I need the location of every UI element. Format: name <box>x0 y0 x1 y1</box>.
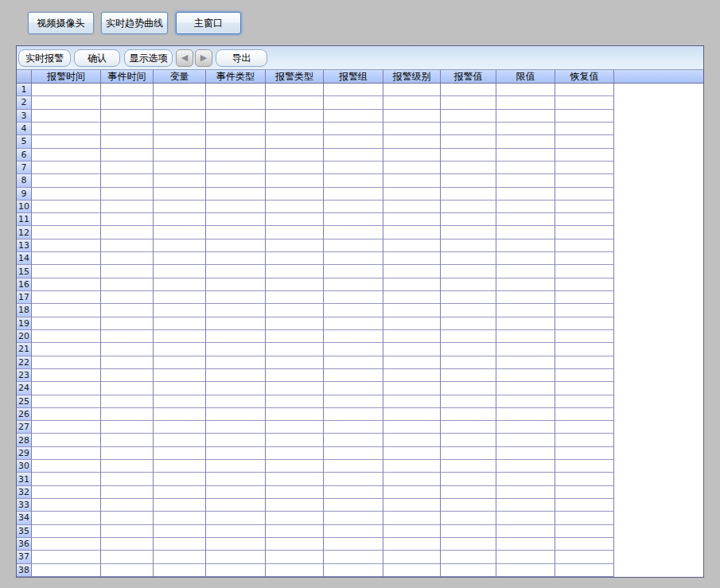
table-cell[interactable] <box>324 135 383 148</box>
table-cell[interactable] <box>441 252 496 265</box>
table-cell[interactable] <box>555 408 614 421</box>
table-cell[interactable] <box>206 96 266 109</box>
table-cell[interactable] <box>383 460 441 473</box>
table-cell[interactable] <box>266 149 324 162</box>
column-header-10[interactable]: 恢复值 <box>555 70 614 83</box>
row-number-cell[interactable]: 20 <box>17 330 32 343</box>
top-button-video-camera[interactable]: 视频摄像头 <box>28 12 94 34</box>
table-cell[interactable] <box>496 564 555 577</box>
table-row[interactable]: 35 <box>17 525 703 538</box>
table-cell[interactable] <box>555 369 614 382</box>
table-row[interactable]: 12 <box>17 226 703 239</box>
table-cell[interactable] <box>154 239 206 252</box>
table-row[interactable]: 1 <box>17 84 703 96</box>
table-cell[interactable] <box>496 84 555 96</box>
table-cell[interactable] <box>441 382 496 395</box>
table-cell[interactable] <box>206 239 266 252</box>
table-row[interactable]: 31 <box>17 473 703 485</box>
table-row[interactable]: 2 <box>17 96 703 109</box>
table-row[interactable]: 10 <box>17 201 703 213</box>
table-cell[interactable] <box>154 460 206 473</box>
table-cell[interactable] <box>32 226 101 239</box>
row-number-cell[interactable]: 33 <box>17 499 32 512</box>
table-cell[interactable] <box>206 356 266 369</box>
table-cell[interactable] <box>555 564 614 577</box>
table-cell[interactable] <box>206 291 266 304</box>
table-cell[interactable] <box>496 434 555 446</box>
table-cell[interactable] <box>441 356 496 369</box>
table-cell[interactable] <box>496 123 555 135</box>
table-cell[interactable] <box>154 551 206 563</box>
table-cell[interactable] <box>383 434 441 446</box>
row-number-cell[interactable]: 26 <box>17 408 32 421</box>
row-number-cell[interactable]: 4 <box>17 123 32 135</box>
table-cell[interactable] <box>154 213 206 226</box>
table-cell[interactable] <box>266 343 324 356</box>
table-cell[interactable] <box>496 473 555 485</box>
table-cell[interactable] <box>32 486 101 499</box>
table-cell[interactable] <box>555 525 614 538</box>
table-cell[interactable] <box>154 564 206 577</box>
table-cell[interactable] <box>383 512 441 524</box>
table-cell[interactable] <box>206 486 266 499</box>
table-cell[interactable] <box>206 188 266 201</box>
table-row[interactable]: 30 <box>17 460 703 473</box>
table-cell[interactable] <box>324 343 383 356</box>
table-cell[interactable] <box>496 486 555 499</box>
table-cell[interactable] <box>154 304 206 317</box>
table-cell[interactable] <box>555 447 614 460</box>
table-cell[interactable] <box>324 395 383 408</box>
table-cell[interactable] <box>266 473 324 485</box>
table-cell[interactable] <box>32 304 101 317</box>
row-number-cell[interactable]: 19 <box>17 317 32 330</box>
table-cell[interactable] <box>324 188 383 201</box>
table-cell[interactable] <box>266 123 324 135</box>
table-cell[interactable] <box>101 278 154 291</box>
row-number-cell[interactable]: 6 <box>17 149 32 162</box>
table-cell[interactable] <box>555 162 614 174</box>
table-cell[interactable] <box>206 395 266 408</box>
toolbar-button-realtime-alarm[interactable]: 实时报警 <box>18 49 71 67</box>
table-cell[interactable] <box>496 201 555 213</box>
table-cell[interactable] <box>324 174 383 187</box>
table-row[interactable]: 34 <box>17 512 703 524</box>
table-cell[interactable] <box>555 395 614 408</box>
table-cell[interactable] <box>555 188 614 201</box>
table-cell[interactable] <box>383 252 441 265</box>
table-cell[interactable] <box>383 291 441 304</box>
table-cell[interactable] <box>266 512 324 524</box>
table-row[interactable]: 15 <box>17 265 703 278</box>
table-cell[interactable] <box>32 96 101 109</box>
prev-page-button[interactable]: ◀ <box>176 49 193 67</box>
column-header-7[interactable]: 报警级别 <box>383 70 441 83</box>
table-cell[interactable] <box>101 343 154 356</box>
table-cell[interactable] <box>154 110 206 123</box>
table-cell[interactable] <box>101 369 154 382</box>
row-number-cell[interactable]: 23 <box>17 369 32 382</box>
table-cell[interactable] <box>101 486 154 499</box>
table-cell[interactable] <box>496 421 555 434</box>
table-cell[interactable] <box>555 110 614 123</box>
row-number-cell[interactable]: 32 <box>17 486 32 499</box>
table-cell[interactable] <box>555 304 614 317</box>
table-cell[interactable] <box>101 149 154 162</box>
table-cell[interactable] <box>324 291 383 304</box>
table-cell[interactable] <box>324 149 383 162</box>
table-cell[interactable] <box>32 343 101 356</box>
table-cell[interactable] <box>266 551 324 563</box>
table-row[interactable]: 17 <box>17 291 703 304</box>
table-cell[interactable] <box>206 343 266 356</box>
table-cell[interactable] <box>555 84 614 96</box>
table-row[interactable]: 9 <box>17 188 703 201</box>
table-cell[interactable] <box>154 473 206 485</box>
table-cell[interactable] <box>266 460 324 473</box>
table-cell[interactable] <box>206 421 266 434</box>
table-cell[interactable] <box>32 538 101 551</box>
table-cell[interactable] <box>496 291 555 304</box>
table-cell[interactable] <box>555 265 614 278</box>
table-cell[interactable] <box>441 149 496 162</box>
table-cell[interactable] <box>32 291 101 304</box>
row-number-cell[interactable]: 24 <box>17 382 32 395</box>
table-cell[interactable] <box>383 408 441 421</box>
table-cell[interactable] <box>496 499 555 512</box>
